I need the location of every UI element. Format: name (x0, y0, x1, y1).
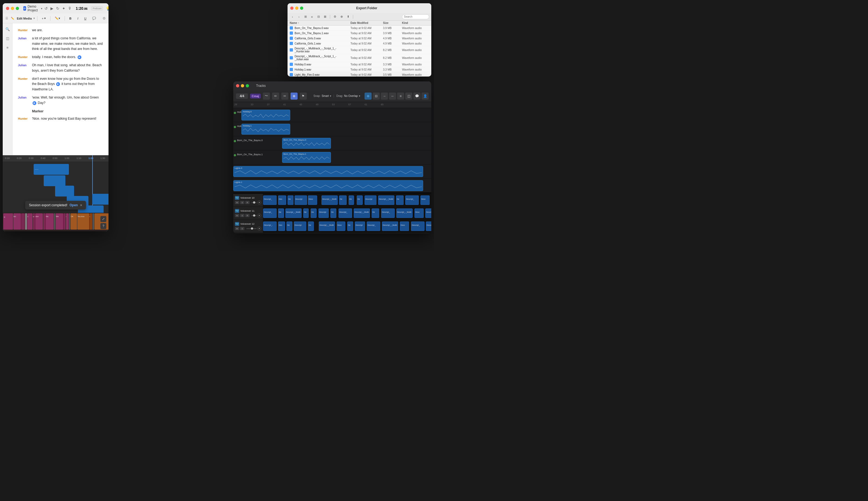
vo11-fader[interactable] (251, 215, 257, 216)
vo12-clip-3[interactable]: De (286, 222, 292, 231)
expand-icon[interactable]: ⤢ (100, 216, 106, 222)
clip-block-2[interactable] (44, 175, 65, 186)
vo10-clip-6[interactable]: Descript_-_Multit (322, 195, 338, 205)
clip-bayou0[interactable]: Born_On_The_Bayou.0 (282, 138, 331, 149)
vo11-clip-10[interactable]: De (372, 209, 379, 218)
audio-clip-icon-6[interactable]: ▶ (33, 101, 36, 105)
vo10-clip-9[interactable]: De (357, 195, 363, 205)
daw-tool-bubble[interactable]: 💬 (413, 93, 421, 99)
vo12-clip-6[interactable]: Descript_-_Multit (319, 222, 335, 231)
vo10-clip-4[interactable]: Descript (295, 195, 307, 205)
vo-clip-t2[interactable]: t (89, 213, 92, 230)
magic-icon[interactable]: ✦ (62, 6, 65, 11)
vo12-clip-14[interactable]: Descript_-_Multit (426, 222, 431, 231)
undo-icon[interactable]: ↺ (44, 6, 48, 11)
file-row-5[interactable]: Descript_-_Multitrack_-_Script_1_-_Julia… (287, 54, 431, 62)
daw-close-button[interactable] (236, 84, 239, 87)
vo11-clip-7[interactable]: De (330, 209, 336, 218)
settings-icon[interactable]: ⚙ (102, 16, 106, 20)
vo12-clip-8[interactable]: De (347, 222, 353, 231)
daw-minimize-button[interactable] (241, 84, 244, 87)
daw-tool-cursor[interactable]: ⊕ (291, 93, 297, 99)
vo12-clip-4[interactable]: Descript (294, 222, 306, 231)
dropdown-icon[interactable]: ▾ (33, 17, 35, 20)
clip-bayou1[interactable]: Born_On_The_Bayou.1 (282, 152, 331, 163)
time-sig-display[interactable]: 4/4 (236, 93, 248, 99)
file-maximize-button[interactable] (300, 7, 303, 10)
vo11-clip-1[interactable]: Descript_ (263, 209, 277, 218)
maximize-button[interactable] (16, 7, 19, 10)
daw-tool-user[interactable]: 👤 (422, 93, 428, 99)
clip-block-3[interactable] (55, 185, 74, 196)
file-row-0[interactable]: Born_On_The_Bayou.0.wav Today at 9:02 AM… (287, 25, 431, 31)
vo10-clip-8[interactable]: De (349, 195, 354, 205)
project-name[interactable]: Demo Project (28, 4, 40, 12)
file-row-1[interactable]: Born_On_The_Bayou.1.wav Today at 9:02 AM… (287, 31, 431, 36)
file-row-3[interactable]: California_Girls.1.wav Today at 9:02 AM … (287, 41, 431, 46)
help-icon[interactable]: ? (100, 223, 106, 229)
vo-clip-ok[interactable]: Ok (70, 213, 77, 230)
lightbulb-icon[interactable]: 💡 (106, 6, 109, 11)
vo12-clip-5[interactable]: De (308, 222, 314, 231)
file-close-button[interactable] (290, 7, 293, 10)
vo11-fader-thumb[interactable] (253, 214, 255, 216)
clip-holiday1[interactable]: Holiday.1 (241, 124, 290, 135)
action-btn[interactable]: ⊕ (339, 14, 344, 20)
edit-tool-btn[interactable]: ✏️▾ (53, 15, 62, 22)
vo-clip-nic[interactable]: Nic (46, 213, 54, 230)
vo-clip-c[interactable]: c (27, 213, 33, 230)
clip-lights0[interactable]: Lights.0 (233, 166, 423, 177)
daw-tool-pencil[interactable]: ✏ (272, 93, 279, 99)
vo12-clip-9[interactable]: Descript (355, 222, 365, 231)
file-minimize-button[interactable] (295, 7, 299, 10)
vo-clip-we[interactable]: We (56, 213, 63, 230)
vo12-clip-13[interactable]: Descript_ (411, 222, 424, 231)
pencil-icon[interactable]: ✏️ (11, 17, 14, 20)
vo11-m-btn[interactable]: M (235, 214, 239, 217)
search-input[interactable] (402, 14, 429, 19)
vo10-clip-10[interactable]: Descript (365, 195, 377, 205)
audio-clip-icon-5[interactable]: ▶ (56, 82, 60, 86)
column-view-btn[interactable]: ⊟ (316, 14, 321, 20)
clip-block-1[interactable]: ~~~ (34, 164, 69, 175)
track-enable-bayou1[interactable] (234, 154, 236, 156)
col-kind[interactable]: Kind (402, 21, 429, 24)
vo11-clip-2[interactable]: De (278, 209, 284, 218)
vo12-clip-11[interactable]: Descript_-_Multit (382, 222, 398, 231)
redo-icon[interactable]: ↻ (56, 6, 59, 11)
vo10-r-btn[interactable]: R (245, 201, 250, 204)
gear-icon[interactable]: ⚙ (332, 14, 338, 20)
vo10-m-btn[interactable]: M (235, 201, 239, 204)
col-name[interactable]: Name ↑ (290, 21, 350, 24)
play-icon[interactable]: ▶ (51, 6, 53, 11)
file-row-4[interactable]: Descript_-_Multitrack_-_Script_1_-_Hunte… (287, 46, 431, 54)
gallery-view-btn[interactable]: ⊠ (322, 14, 328, 20)
italic-btn[interactable]: I (75, 15, 80, 22)
drag-value[interactable]: No Overlap (344, 94, 358, 97)
share-btn[interactable]: ⬆ (345, 14, 351, 20)
daw-tool-clip[interactable]: ◫ (405, 93, 412, 99)
mic-icon[interactable]: 🎙 (68, 6, 72, 11)
vo11-clip-5[interactable]: De (311, 209, 316, 218)
bold-btn[interactable]: B (67, 15, 74, 22)
vo12-clip-12[interactable]: Desc (400, 222, 409, 231)
vo11-pan-knob[interactable] (258, 214, 261, 217)
file-row-8[interactable]: Light_My_Fire.0.wav Today at 9:02 AM 3.5… (287, 72, 431, 76)
track-enable-holiday1[interactable] (234, 126, 236, 128)
vo11-clip-3[interactable]: Descript_-_Multit (285, 209, 302, 218)
vo10-clip-13[interactable]: Descript_ (405, 195, 419, 205)
vo10-clip-7[interactable]: De (339, 195, 347, 205)
vo-clip-tec[interactable]: tec (13, 213, 21, 230)
key-sig-display[interactable]: Cmaj (250, 94, 261, 98)
back-button[interactable]: ‹ (290, 14, 295, 20)
vo-clip-t[interactable] (21, 213, 25, 230)
vo10-fader[interactable] (251, 202, 257, 203)
vo11-clip-8[interactable]: Descript_ (338, 209, 352, 218)
vo11-clip-11[interactable]: Descript_ (381, 209, 395, 218)
vo11-clip-12[interactable]: Descript_-_Multit (396, 209, 413, 218)
file-row-7[interactable]: Holiday.1.wav Today at 9:02 AM 3.3 MB Wa… (287, 67, 431, 72)
vo-clip-w[interactable]: w (3, 213, 13, 230)
chevron-down-icon[interactable]: ▾ (41, 7, 42, 10)
vo11-clip-6[interactable]: Descript (318, 209, 329, 218)
daw-tool-flag[interactable]: ⚑ (300, 93, 307, 99)
